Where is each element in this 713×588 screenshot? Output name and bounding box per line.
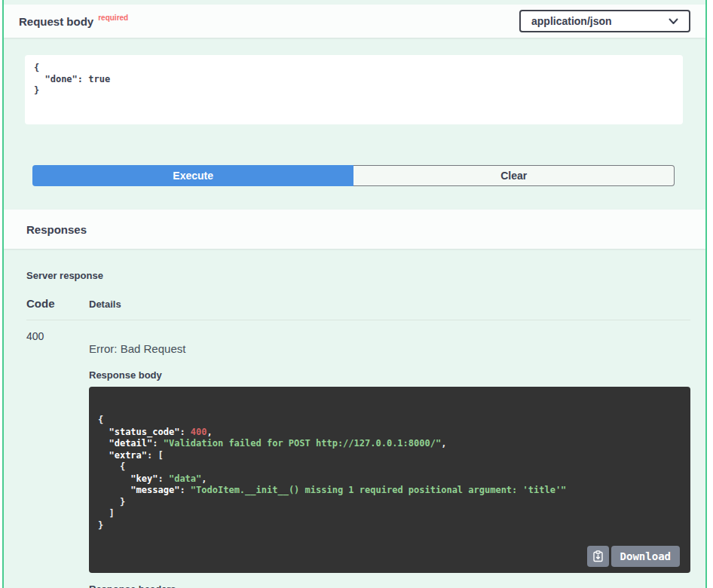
execute-button[interactable]: Execute xyxy=(32,165,353,186)
opblock-body: Request body required application/json {… xyxy=(2,0,707,588)
response-status-code: 400 xyxy=(26,330,89,588)
swagger-opblock-screen: Request body required application/json {… xyxy=(0,0,713,588)
content-type-select[interactable]: application/json xyxy=(519,10,690,32)
response-body-code-block: { "status_code": 400, "detail": "Validat… xyxy=(89,387,690,573)
request-body-param-area: { "done": true } xyxy=(4,38,705,124)
response-body-json: { "status_code": 400, "detail": "Validat… xyxy=(98,415,683,531)
details-column-header: Details xyxy=(89,299,121,310)
request-body-editor[interactable]: { "done": true } xyxy=(25,55,683,124)
table-divider xyxy=(26,320,690,320)
clipboard-icon xyxy=(592,550,604,562)
clear-button[interactable]: Clear xyxy=(353,165,675,186)
response-details: Error: Bad Request Response body { "stat… xyxy=(89,330,690,588)
content-type-selected-value: application/json xyxy=(531,15,612,27)
response-body-label: Response body xyxy=(89,369,690,381)
chevron-down-icon xyxy=(669,18,678,25)
required-badge: required xyxy=(98,14,128,22)
responses-title: Responses xyxy=(19,223,87,236)
responses-inner: Server response Code Details 400 Error: … xyxy=(4,249,705,588)
copy-to-clipboard-button[interactable] xyxy=(587,546,609,567)
execute-wrapper: Execute Clear xyxy=(32,165,675,186)
request-body-title: Request body xyxy=(19,15,93,28)
download-button[interactable]: Download xyxy=(611,546,680,567)
response-headers-label: Response headers xyxy=(89,583,690,588)
request-body-header: Request body required application/json xyxy=(4,5,705,38)
response-table-header: Code Details xyxy=(26,297,690,310)
server-response-label: Server response xyxy=(26,270,690,281)
code-column-header: Code xyxy=(26,297,89,310)
response-row: 400 Error: Bad Request Response body { "… xyxy=(26,330,690,588)
responses-section-header: Responses xyxy=(4,210,705,249)
response-status-text: Error: Bad Request xyxy=(89,342,690,355)
code-block-actions: Download xyxy=(587,546,680,567)
